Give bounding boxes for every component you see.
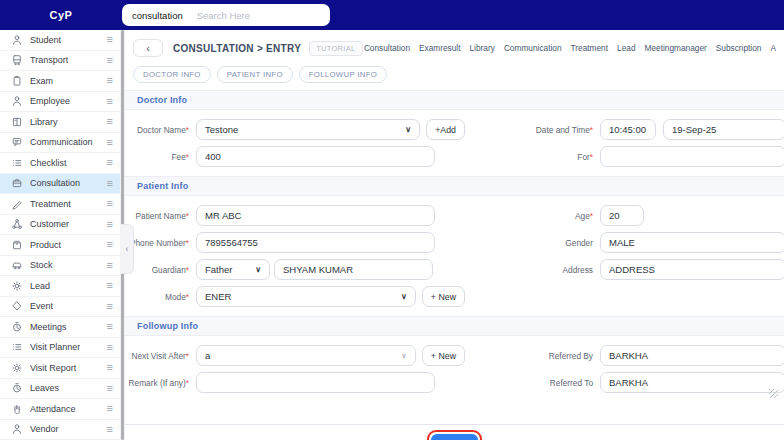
menu-lines-icon[interactable]: ≡	[107, 260, 113, 271]
back-chevron-icon: ‹	[146, 43, 150, 54]
menu-lines-icon[interactable]: ≡	[107, 239, 113, 250]
age-input[interactable]	[600, 205, 644, 226]
menu-lines-icon[interactable]: ≡	[107, 424, 113, 435]
time-input[interactable]	[600, 119, 656, 140]
sidebar-item-customer[interactable]: Customer ≡	[0, 215, 120, 236]
remark-input[interactable]	[196, 372, 435, 393]
top-nav-link-subscription[interactable]: Subscription	[716, 43, 762, 53]
menu-lines-icon[interactable]: ≡	[107, 301, 113, 312]
menu-lines-icon[interactable]: ≡	[107, 362, 113, 373]
top-nav-link-library[interactable]: Library	[470, 43, 495, 53]
menu-lines-icon[interactable]: ≡	[107, 55, 113, 66]
new-visit-button[interactable]: + New	[422, 345, 465, 366]
top-nav-link-consultation[interactable]: Consultation	[364, 43, 410, 53]
for-input[interactable]	[600, 146, 784, 167]
sidebar-item-label: Customer	[30, 219, 69, 229]
person-icon	[10, 95, 23, 107]
top-nav-link-lead[interactable]: Lead	[617, 43, 635, 53]
menu-lines-icon[interactable]: ≡	[107, 198, 113, 209]
gender-label: Gender	[465, 238, 593, 248]
new-mode-button[interactable]: + New	[422, 286, 465, 307]
guardian-relation-select[interactable]: Father ∨	[196, 259, 270, 280]
sun-icon	[10, 280, 23, 292]
menu-lines-icon[interactable]: ≡	[107, 157, 113, 168]
required-asterisk: *	[186, 378, 189, 388]
sidebar-collapse-toggle[interactable]: ‹	[121, 224, 134, 274]
sidebar-item-label: Vendor	[30, 424, 59, 434]
top-nav-link-meetingmanager[interactable]: Meetingmanager	[645, 43, 707, 53]
box-icon	[10, 239, 23, 251]
tab-patient-info[interactable]: PATIENT INFO	[217, 66, 293, 83]
sidebar-item-attendance[interactable]: Attendance ≡	[0, 399, 120, 420]
next-visit-select[interactable]: a ∨	[196, 345, 416, 366]
menu-lines-icon[interactable]: ≡	[107, 403, 113, 414]
sidebar-item-communication[interactable]: Communication ≡	[0, 133, 120, 154]
address-input[interactable]	[600, 259, 784, 280]
sidebar-item-employee[interactable]: Employee ≡	[0, 92, 120, 113]
back-button[interactable]: ‹	[133, 39, 163, 57]
sidebar-item-visit-planner[interactable]: Visit Planner ≡	[0, 338, 120, 359]
main-content: ‹ CONSULTATION > ENTRY TUTORIAL Consulta…	[125, 30, 784, 440]
top-nav-link-communication[interactable]: Communication	[504, 43, 562, 53]
search-bar[interactable]: consultation	[122, 4, 330, 26]
clipboard-icon	[10, 75, 23, 87]
sidebar-item-transport[interactable]: Transport ≡	[0, 51, 120, 72]
patient-name-input[interactable]	[196, 205, 435, 226]
required-asterisk: *	[590, 125, 593, 135]
menu-lines-icon[interactable]: ≡	[107, 116, 113, 127]
menu-lines-icon[interactable]: ≡	[107, 383, 113, 394]
sidebar-item-treatment[interactable]: Treatment ≡	[0, 194, 120, 215]
sidebar-item-consultation[interactable]: Consultation ≡	[0, 174, 120, 195]
gender-input[interactable]	[600, 232, 784, 253]
referred-by-input[interactable]	[600, 345, 784, 366]
menu-lines-icon[interactable]: ≡	[107, 219, 113, 230]
referred-to-input[interactable]	[600, 372, 784, 393]
guardian-name-input[interactable]	[274, 259, 433, 280]
sidebar-item-vendor[interactable]: Vendor ≡	[0, 420, 120, 440]
collapse-left-icon: ‹	[126, 245, 129, 254]
menu-lines-icon[interactable]: ≡	[107, 75, 113, 86]
page-title: CONSULTATION > ENTRY	[173, 43, 301, 54]
menu-lines-icon[interactable]: ≡	[107, 96, 113, 107]
network-icon	[10, 218, 23, 230]
sidebar-item-label: Leaves	[30, 383, 59, 393]
menu-lines-icon[interactable]: ≡	[107, 34, 113, 45]
top-nav-link-a[interactable]: A	[770, 43, 776, 53]
doctor-name-value: Testone	[205, 124, 238, 135]
top-nav-link-examresult[interactable]: Examresult	[419, 43, 461, 53]
divider	[125, 424, 784, 425]
sidebar-item-visit-report[interactable]: Visit Report ≡	[0, 358, 120, 379]
sidebar-item-library[interactable]: Library ≡	[0, 112, 120, 133]
date-input[interactable]	[663, 119, 784, 140]
sidebar-item-student[interactable]: Student ≡	[0, 30, 120, 51]
menu-lines-icon[interactable]: ≡	[107, 342, 113, 353]
menu-lines-icon[interactable]: ≡	[107, 280, 113, 291]
sidebar-item-checklist[interactable]: Checklist ≡	[0, 153, 120, 174]
sidebar-item-stock[interactable]: Stock ≡	[0, 256, 120, 277]
sidebar-item-label: Event	[30, 301, 53, 311]
search-input[interactable]	[197, 10, 320, 21]
address-label: Address	[465, 265, 593, 275]
tab-doctor-info[interactable]: DOCTOR INFO	[133, 66, 211, 83]
top-nav-link-treatment[interactable]: Treatment	[571, 43, 609, 53]
menu-lines-icon[interactable]: ≡	[107, 137, 113, 148]
sidebar-item-leaves[interactable]: Leaves ≡	[0, 379, 120, 400]
sidebar-item-event[interactable]: Event ≡	[0, 297, 120, 318]
tutorial-badge[interactable]: TUTORIAL	[309, 41, 362, 56]
chevron-down-icon: ∨	[255, 266, 261, 274]
tab-followup-info[interactable]: FOLLOWUP INFO	[299, 66, 387, 83]
sidebar-item-label: Communication	[30, 137, 93, 147]
phone-number-input[interactable]	[196, 232, 435, 253]
sidebar-item-meetings[interactable]: Meetings ≡	[0, 317, 120, 338]
mode-select[interactable]: ENER ∨	[196, 286, 416, 307]
checklist-icon	[10, 157, 23, 169]
save-button[interactable]: Save	[431, 434, 479, 440]
sidebar-item-product[interactable]: Product ≡	[0, 235, 120, 256]
add-doctor-button[interactable]: +Add	[426, 119, 465, 140]
doctor-name-select[interactable]: Testone ∨	[196, 119, 420, 140]
sidebar-item-lead[interactable]: Lead ≡	[0, 276, 120, 297]
menu-lines-icon[interactable]: ≡	[107, 321, 113, 332]
menu-lines-icon[interactable]: ≡	[107, 178, 113, 189]
sidebar-item-exam[interactable]: Exam ≡	[0, 71, 120, 92]
fee-input[interactable]	[196, 146, 435, 167]
